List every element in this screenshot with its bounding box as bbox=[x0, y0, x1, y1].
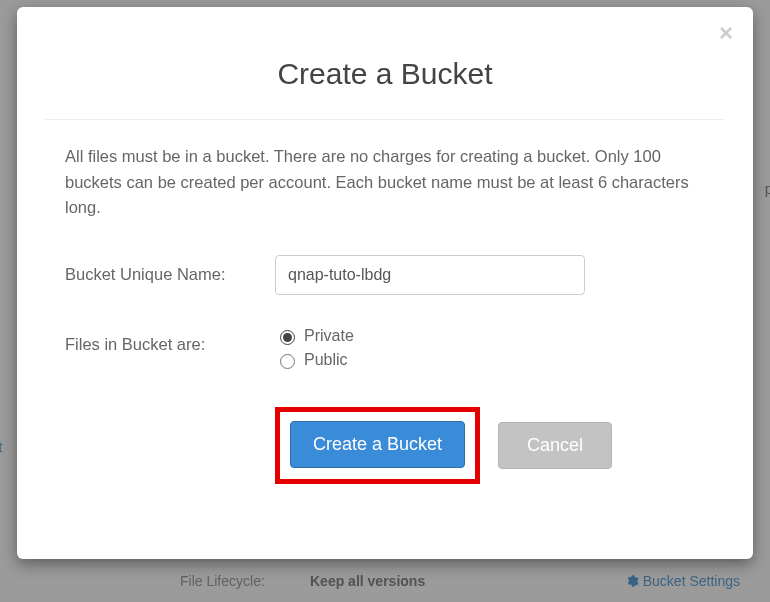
bucket-name-row: Bucket Unique Name: bbox=[65, 255, 705, 295]
bucket-name-label: Bucket Unique Name: bbox=[65, 265, 275, 284]
privacy-label: Files in Bucket are: bbox=[65, 327, 275, 354]
private-radio-label: Private bbox=[304, 327, 354, 345]
create-bucket-button[interactable]: Create a Bucket bbox=[290, 421, 465, 468]
private-radio[interactable] bbox=[280, 330, 295, 345]
cancel-button[interactable]: Cancel bbox=[498, 422, 612, 469]
modal-title: Create a Bucket bbox=[45, 57, 725, 91]
bucket-name-input[interactable] bbox=[275, 255, 585, 295]
privacy-option-private[interactable]: Private bbox=[275, 327, 705, 345]
public-radio[interactable] bbox=[280, 354, 295, 369]
create-bucket-modal: × Create a Bucket All files must be in a… bbox=[17, 7, 753, 559]
privacy-option-public[interactable]: Public bbox=[275, 351, 705, 369]
button-row: Create a Bucket Cancel bbox=[65, 407, 705, 484]
modal-description: All files must be in a bucket. There are… bbox=[65, 144, 705, 221]
privacy-row: Files in Bucket are: Private Public bbox=[65, 327, 705, 375]
divider bbox=[45, 119, 725, 120]
public-radio-label: Public bbox=[304, 351, 348, 369]
create-button-highlight: Create a Bucket bbox=[275, 407, 480, 484]
close-icon[interactable]: × bbox=[719, 21, 733, 45]
